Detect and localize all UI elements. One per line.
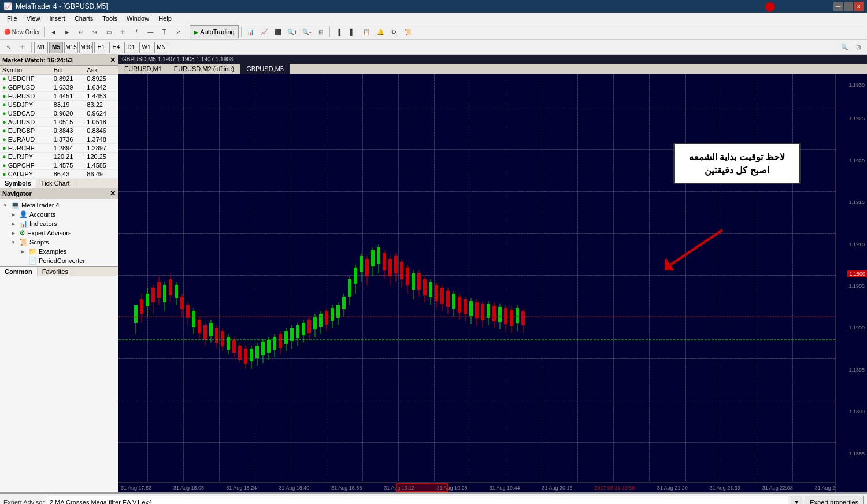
nav-accounts[interactable]: ▶ 👤 Accounts	[0, 210, 118, 219]
svg-rect-69	[331, 308, 334, 321]
nav-scripts[interactable]: ▼ 📜 Scripts	[0, 238, 118, 247]
market-watch-row[interactable]: ●USDCHF 0.8921 0.8925	[0, 75, 118, 83]
tb-expert[interactable]: ⚙	[388, 25, 401, 38]
svg-rect-37	[238, 346, 242, 360]
tb-new-order-btn[interactable]: 🔴 New Order	[2, 25, 42, 38]
tb-line[interactable]: /	[130, 25, 143, 38]
tab-favorites[interactable]: Favorites	[38, 267, 73, 276]
tb-redo[interactable]: ↪	[88, 25, 101, 38]
svg-rect-93	[400, 262, 403, 279]
expert-properties-button[interactable]: Expert properties	[805, 496, 864, 504]
mw-bid: 83.19	[51, 101, 85, 109]
menu-charts[interactable]: Charts	[70, 14, 98, 23]
market-watch-row[interactable]: ●GBPCHF 1.4575 1.4585	[0, 161, 118, 170]
tab-common[interactable]: Common	[0, 267, 38, 276]
svg-rect-83	[371, 250, 375, 266]
mw-symbol: ●USDCAD	[0, 109, 51, 118]
period-h1[interactable]: H1	[94, 42, 108, 53]
menu-view[interactable]: View	[22, 14, 45, 23]
mw-bid: 1.4451	[51, 92, 85, 101]
menu-insert[interactable]: Insert	[45, 14, 70, 23]
period-m30[interactable]: M30	[79, 42, 93, 53]
tb-chart-type3[interactable]: ⬛	[272, 25, 284, 38]
tab-eurusd-m2[interactable]: EURUSD,M2 (offline)	[168, 64, 240, 74]
tab-eurusd-m1[interactable]: EURUSD,M1	[118, 64, 168, 74]
tb-text[interactable]: T	[158, 25, 171, 38]
period-m1[interactable]: M1	[34, 42, 48, 53]
tb-templates[interactable]: 📋	[360, 25, 373, 38]
tb-zoomin[interactable]: 🔍+	[286, 25, 299, 38]
nav-arrow-indicators: ▶	[9, 220, 17, 228]
maximize-button[interactable]: □	[844, 2, 853, 11]
col-ask: Ask	[84, 66, 118, 75]
period-mn[interactable]: MN	[154, 42, 168, 53]
tb-chart-type1[interactable]: 📊	[244, 25, 257, 38]
market-watch-row[interactable]: ●USDCAD 0.9620 0.9624	[0, 109, 118, 118]
autotrading-button[interactable]: ▶ AutoTrading	[190, 25, 239, 38]
tb-zoomout[interactable]: 🔍-	[301, 25, 313, 38]
time-label-5: 31 Aug 18:56	[331, 485, 362, 491]
tab-symbols[interactable]: Symbols	[0, 179, 36, 188]
chart-area: GBPUSD,M5 1.1907 1.1908 1.1907 1.1908 EU…	[118, 55, 867, 492]
menu-tools[interactable]: Tools	[98, 14, 122, 23]
market-watch-row[interactable]: ●EURAUD 1.3736 1.3748	[0, 135, 118, 144]
tb-back[interactable]: ◄	[47, 25, 60, 38]
market-watch-row[interactable]: ●EURJPY 120.21 120.25	[0, 153, 118, 161]
market-watch-row[interactable]: ●EURUSD 1.4451 1.4453	[0, 92, 118, 101]
mw-symbol: ●GBPUSD	[0, 83, 51, 92]
tb-period-sep1[interactable]: ▐	[332, 25, 345, 38]
ea-selector[interactable]: 2 MA Crosses Mega filter EA V1.ex4	[47, 496, 788, 504]
period-m15[interactable]: M15	[64, 42, 78, 53]
market-watch-row[interactable]: ●EURGBP 0.8843 0.8846	[0, 127, 118, 135]
svg-rect-129	[504, 308, 507, 324]
tb-grid[interactable]: ⊞	[314, 25, 327, 38]
close-button[interactable]: ✕	[854, 2, 864, 11]
price-3: 1.1920	[849, 158, 865, 164]
svg-rect-61	[307, 320, 311, 333]
minimize-button[interactable]: —	[833, 2, 843, 11]
period-m5[interactable]: M5	[49, 42, 63, 53]
tb-chart-type2[interactable]: 📈	[258, 25, 271, 38]
tb-arrow[interactable]: ↗	[172, 25, 184, 38]
tb-indicators[interactable]: 🔔	[374, 25, 387, 38]
period-w1[interactable]: W1	[139, 42, 153, 53]
mw-symbol: ●EURUSD	[0, 92, 51, 101]
tb-undo[interactable]: ↩	[75, 25, 87, 38]
nav-indicators[interactable]: ▶ 📊 Indicators	[0, 219, 118, 228]
market-watch-close[interactable]: ✕	[110, 56, 116, 64]
tb-sep3	[241, 27, 242, 37]
nav-periodconverter[interactable]: 📄 PeriodConverter	[0, 256, 118, 265]
market-watch-row[interactable]: ●USDJPY 83.19 83.22	[0, 101, 118, 109]
svg-rect-95	[406, 268, 409, 285]
period-d1[interactable]: D1	[124, 42, 138, 53]
titlebar-controls[interactable]: — □ ✕	[833, 2, 864, 11]
tb-cursor[interactable]: ↖	[2, 41, 15, 54]
tb-forward[interactable]: ►	[61, 25, 73, 38]
tab-tick-chart[interactable]: Tick Chart	[36, 179, 75, 188]
svg-rect-51	[279, 334, 282, 348]
tb-period-sep2[interactable]: ▌	[346, 25, 359, 38]
tb-cross[interactable]: ✛	[116, 25, 129, 38]
period-h4[interactable]: H4	[109, 42, 123, 53]
menu-file[interactable]: File	[2, 14, 22, 23]
ea-selector-row: Expert Advisor 2 MA Crosses Mega filter …	[0, 494, 867, 504]
tab-gbpusd-m5[interactable]: GBPUSD,M5	[240, 64, 290, 74]
tb-search[interactable]: 🔍	[838, 41, 851, 54]
nav-expert-advisors[interactable]: ▶ ⚙ Expert Advisors	[0, 228, 118, 238]
tb-hline[interactable]: —	[144, 25, 157, 38]
menu-help[interactable]: Help	[154, 14, 176, 23]
nav-examples[interactable]: ▶ 📁 Examples	[0, 247, 118, 256]
ea-dropdown-btn[interactable]: ▼	[791, 496, 802, 504]
nav-metatrader4[interactable]: ▼ 💻 MetaTrader 4	[0, 201, 118, 210]
market-watch-row[interactable]: ●CADJPY 86.43 86.49	[0, 170, 118, 179]
tb-crosshair[interactable]: ✛	[16, 41, 29, 54]
market-watch-row[interactable]: ●EURCHF 1.2894 1.2897	[0, 144, 118, 153]
tb-terminal[interactable]: ⊡	[852, 41, 865, 54]
tb-rect[interactable]: ▭	[102, 25, 115, 38]
market-watch-row[interactable]: ●GBPUSD 1.6339 1.6342	[0, 83, 118, 92]
navigator-title: Navigator	[2, 190, 32, 197]
market-watch-row[interactable]: ●AUDUSD 1.0515 1.0518	[0, 118, 118, 127]
navigator-close[interactable]: ✕	[110, 190, 116, 198]
tb-scripts[interactable]: 📜	[402, 25, 414, 38]
menu-window[interactable]: Window	[122, 14, 154, 23]
